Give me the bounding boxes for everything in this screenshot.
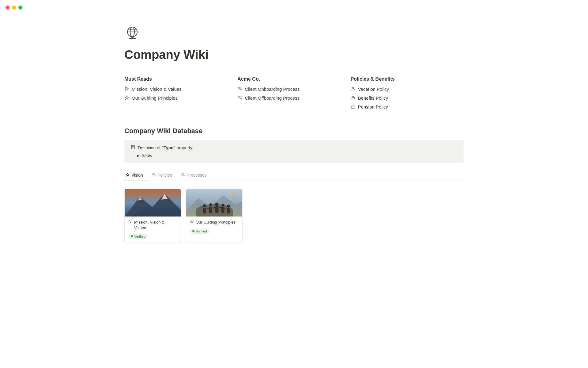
minimize-button[interactable] (12, 6, 16, 10)
svg-marker-33 (129, 220, 132, 224)
info-box-header: Definition of "Type" property: (130, 145, 458, 151)
link-our-guiding-principles[interactable]: Our Guiding Principles (124, 95, 225, 101)
people-icon-1 (237, 86, 242, 92)
tab-policies[interactable]: Policies (150, 170, 177, 181)
card-mission-icon (128, 220, 132, 225)
svg-point-38 (209, 203, 212, 206)
card-guiding-icon (190, 220, 194, 225)
svg-point-46 (232, 193, 236, 197)
svg-point-44 (227, 205, 230, 208)
svg-marker-48 (190, 220, 194, 223)
section-must-reads-title: Must Reads (124, 76, 225, 82)
verified-dot-1 (131, 235, 133, 237)
info-box: Definition of "Type" property: ▶ Show (124, 140, 464, 163)
sections-grid: Must Reads Mission, Vision & Values Our … (124, 76, 464, 110)
vacation-icon (351, 86, 356, 92)
card-mission-body: Mission, Vision & Values Verified (125, 217, 181, 243)
acme-links: Client Onboarding Process Client Offboar… (237, 86, 338, 101)
tab-processes[interactable]: Processes (179, 170, 211, 181)
star-icon (124, 95, 129, 101)
card-mission-title: Mission, Vision & Values (128, 220, 177, 231)
svg-point-15 (352, 87, 353, 88)
card-guiding-body: Our Guiding Principles Verified (186, 217, 242, 237)
svg-point-40 (215, 203, 219, 206)
card-mission-vision-values[interactable]: Mission, Vision & Values Verified (124, 189, 181, 243)
link-mission-vision-values[interactable]: Mission, Vision & Values (124, 86, 225, 92)
toggle-show[interactable]: ▶ Show (137, 153, 458, 158)
book-icon (130, 145, 135, 151)
tab-processes-label: Processes (187, 173, 206, 178)
svg-rect-45 (227, 208, 230, 213)
svg-rect-18 (351, 106, 355, 108)
tab-processes-icon (181, 173, 185, 178)
link-client-offboarding[interactable]: Client Offboarding Process (237, 95, 338, 101)
svg-point-25 (154, 174, 155, 174)
svg-point-12 (240, 87, 242, 88)
verified-badge-2: Verified (190, 229, 209, 234)
svg-point-42 (221, 204, 224, 207)
page-title: Company Wiki (124, 48, 464, 62)
card-guiding-principles[interactable]: Our Guiding Principles Verified (186, 189, 243, 243)
svg-rect-39 (209, 207, 212, 213)
verified-badge-1: Verified (128, 234, 148, 239)
cards-grid: Mission, Vision & Values Verified (124, 189, 464, 243)
database-tabs: Vision Policies (124, 170, 464, 181)
svg-rect-41 (215, 206, 219, 213)
page-icon (124, 25, 464, 43)
tab-vision-icon (126, 173, 130, 178)
section-policies-title: Policies & Benefits (351, 76, 451, 82)
link-client-onboarding[interactable]: Client Onboarding Process (237, 86, 338, 92)
svg-point-36 (203, 204, 206, 207)
section-policies: Policies & Benefits Vacation Policy (351, 76, 464, 110)
svg-rect-37 (203, 208, 206, 213)
svg-marker-10 (125, 96, 129, 99)
tab-policies-label: Policies (157, 173, 172, 178)
section-acme-title: Acme Co. (237, 76, 338, 82)
pension-icon (351, 104, 356, 110)
must-reads-links: Mission, Vision & Values Our Guiding Pri… (124, 86, 225, 101)
tab-vision-label: Vision (131, 173, 143, 178)
maximize-button[interactable] (18, 6, 22, 10)
toggle-arrow-icon: ▶ (137, 154, 140, 157)
database-title: Company Wiki Database (124, 127, 464, 135)
card-image-people (186, 189, 242, 217)
svg-point-14 (240, 96, 242, 97)
section-acme-co: Acme Co. Client Onboarding Process (237, 76, 350, 110)
people-icon-2 (237, 95, 242, 101)
svg-point-27 (183, 174, 184, 174)
page-content: Company Wiki Must Reads Mission, Vision … (95, 0, 493, 261)
toggle-label: Show (141, 153, 152, 158)
link-vacation-policy[interactable]: Vacation Policy (351, 86, 451, 92)
svg-rect-43 (221, 207, 224, 213)
policies-links: Vacation Policy Benefits Policy (351, 86, 451, 110)
svg-marker-23 (126, 173, 129, 176)
close-button[interactable] (6, 6, 9, 10)
benefits-icon (351, 95, 356, 101)
svg-point-13 (239, 96, 240, 97)
tab-policies-icon (152, 173, 156, 178)
verified-dot-2 (192, 230, 194, 232)
svg-point-26 (182, 174, 183, 175)
svg-point-11 (239, 87, 240, 88)
traffic-lights (6, 6, 22, 10)
link-benefits-policy[interactable]: Benefits Policy (351, 95, 451, 101)
info-box-text: Definition of "Type" property: (138, 145, 194, 150)
svg-point-17 (352, 96, 353, 97)
tab-vision[interactable]: Vision (124, 170, 148, 181)
card-guiding-title: Our Guiding Principles (190, 220, 239, 225)
svg-point-24 (153, 174, 154, 175)
section-must-reads: Must Reads Mission, Vision & Values Our … (124, 76, 237, 110)
mission-icon (124, 86, 129, 92)
link-pension-policy[interactable]: Pension Policy (351, 104, 451, 110)
card-image-mountain (125, 189, 181, 217)
